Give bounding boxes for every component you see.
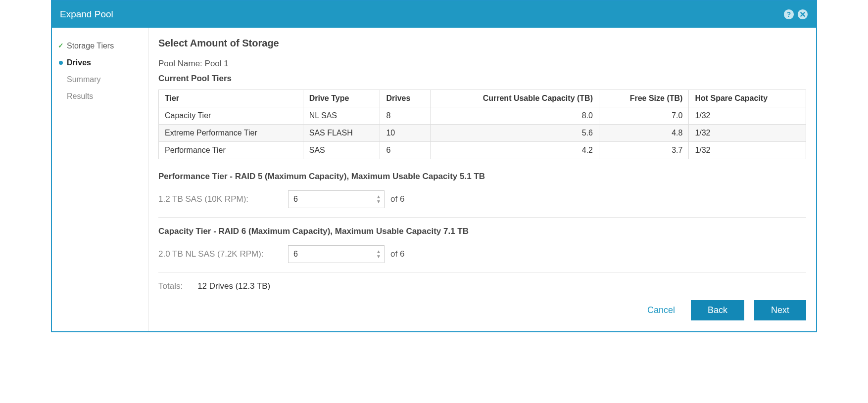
table-header-row: Tier Drive Type Drives Current Usable Ca… [159, 90, 806, 107]
capacity-tier-section: Capacity Tier - RAID 6 (Maximum Capacity… [158, 226, 806, 272]
main-content: Select Amount of Storage Pool Name: Pool… [158, 38, 806, 291]
table-row: Performance Tier SAS 6 4.2 3.7 1/32 [159, 142, 806, 159]
totals-value: 12 Drives (12.3 TB) [197, 281, 270, 291]
col-capacity: Current Usable Capacity (TB) [431, 90, 599, 107]
tier-section-title: Capacity Tier - RAID 6 (Maximum Capacity… [158, 226, 806, 236]
performance-tier-section: Performance Tier - RAID 5 (Maximum Capac… [158, 172, 806, 218]
drive-type-label: 1.2 TB SAS (10K RPM): [158, 194, 282, 204]
cell-drive-type: SAS [303, 142, 380, 159]
drive-config-row: 2.0 TB NL SAS (7.2K RPM): 6 ▲▼ of 6 [158, 245, 806, 263]
drive-count-value: 6 [289, 195, 376, 204]
next-button[interactable]: Next [754, 300, 806, 320]
pool-name-label: Pool Name: Pool 1 [158, 59, 806, 69]
cell-capacity: 8.0 [431, 107, 599, 125]
col-drive-type: Drive Type [303, 90, 380, 107]
drive-of-label: of 6 [390, 194, 404, 204]
dialog-title: Expand Pool [60, 9, 783, 20]
col-tier: Tier [159, 90, 303, 107]
titlebar-actions: ? [783, 9, 808, 20]
cell-tier: Performance Tier [159, 142, 303, 159]
close-icon[interactable] [797, 9, 808, 20]
cell-spare: 1/32 [689, 142, 806, 159]
main-panel: Select Amount of Storage Pool Name: Pool… [148, 28, 816, 331]
svg-text:?: ? [787, 11, 791, 18]
cell-drive-type: NL SAS [303, 107, 380, 125]
stepper-arrows-icon[interactable]: ▲▼ [376, 194, 384, 204]
help-icon[interactable]: ? [783, 9, 794, 20]
step-results[interactable]: Results [52, 88, 148, 105]
col-drives: Drives [380, 90, 431, 107]
step-storage-tiers[interactable]: Storage Tiers [52, 38, 148, 54]
table-row: Extreme Performance Tier SAS FLASH 10 5.… [159, 125, 806, 142]
col-free: Free Size (TB) [599, 90, 688, 107]
cell-drives: 10 [380, 125, 431, 142]
cell-tier: Extreme Performance Tier [159, 125, 303, 142]
drive-count-stepper[interactable]: 6 ▲▼ [288, 190, 385, 208]
titlebar: Expand Pool ? [52, 1, 816, 28]
current-tiers-table: Tier Drive Type Drives Current Usable Ca… [158, 90, 806, 159]
wizard-footer: Cancel Back Next [158, 291, 806, 326]
drive-count-stepper[interactable]: 6 ▲▼ [288, 245, 385, 263]
drive-type-label: 2.0 TB NL SAS (7.2K RPM): [158, 249, 282, 259]
totals-row: Totals: 12 Drives (12.3 TB) [158, 281, 806, 291]
cell-free: 7.0 [599, 107, 688, 125]
col-spare: Hot Spare Capacity [689, 90, 806, 107]
stepper-arrows-icon[interactable]: ▲▼ [376, 249, 384, 259]
cell-free: 3.7 [599, 142, 688, 159]
cell-tier: Capacity Tier [159, 107, 303, 125]
table-row: Capacity Tier NL SAS 8 8.0 7.0 1/32 [159, 107, 806, 125]
drive-count-value: 6 [289, 250, 376, 259]
cell-drives: 8 [380, 107, 431, 125]
current-tiers-heading: Current Pool Tiers [158, 74, 806, 84]
cell-capacity: 5.6 [431, 125, 599, 142]
dialog-body: Storage Tiers Drives Summary Results Sel… [52, 28, 816, 331]
tier-section-title: Performance Tier - RAID 5 (Maximum Capac… [158, 172, 806, 181]
cell-spare: 1/32 [689, 125, 806, 142]
step-drives[interactable]: Drives [52, 54, 148, 71]
step-summary[interactable]: Summary [52, 71, 148, 88]
cell-drives: 6 [380, 142, 431, 159]
drive-config-row: 1.2 TB SAS (10K RPM): 6 ▲▼ of 6 [158, 190, 806, 208]
expand-pool-dialog: Expand Pool ? Storage Tiers Drives Summa… [51, 0, 817, 332]
cell-capacity: 4.2 [431, 142, 599, 159]
cancel-button[interactable]: Cancel [641, 301, 681, 319]
wizard-sidebar: Storage Tiers Drives Summary Results [52, 28, 148, 331]
page-heading: Select Amount of Storage [158, 38, 806, 49]
cell-free: 4.8 [599, 125, 688, 142]
cell-drive-type: SAS FLASH [303, 125, 380, 142]
cell-spare: 1/32 [689, 107, 806, 125]
totals-label: Totals: [158, 281, 183, 291]
back-button[interactable]: Back [691, 300, 744, 320]
drive-of-label: of 6 [390, 249, 404, 259]
